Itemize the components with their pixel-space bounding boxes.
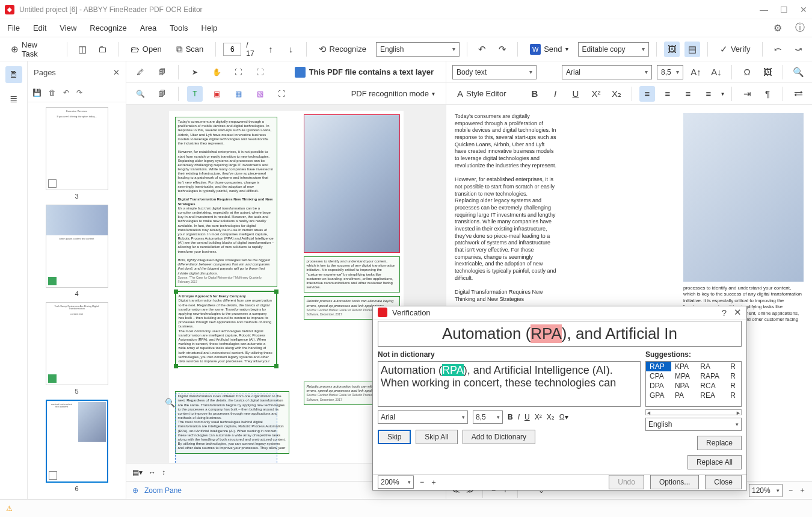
italic-icon[interactable]: I bbox=[547, 86, 563, 102]
menu-edit[interactable]: Edit bbox=[33, 23, 46, 33]
image-edit-icon[interactable]: 🖉 bbox=[132, 64, 148, 80]
page-thumb[interactable]: content text content text content 6 bbox=[46, 400, 108, 492]
pointer-icon[interactable]: ➤ bbox=[187, 64, 203, 80]
copy-area-icon[interactable]: 🗐 bbox=[154, 86, 170, 102]
menu-recognize[interactable]: Recognize bbox=[90, 23, 126, 33]
scan-button[interactable]: ⧉Scan bbox=[171, 42, 209, 57]
text-region[interactable]: Today's consumers are digitally empowere… bbox=[175, 117, 277, 287]
text-area-icon[interactable]: T bbox=[187, 86, 203, 102]
suggestions-list[interactable]: RAPKPARAR CPAMPARAPAR DPANPARCAR GPAPARE… bbox=[645, 361, 742, 407]
align-right-icon[interactable]: ≡ bbox=[680, 86, 696, 102]
menu-view[interactable]: View bbox=[60, 23, 76, 33]
rotate-left-icon[interactable]: ↶ bbox=[63, 88, 69, 97]
picture-insert-icon[interactable]: 🖼 bbox=[760, 64, 775, 80]
next-error-icon[interactable]: ⤻ bbox=[790, 42, 806, 57]
zoom-magnifier-icon[interactable]: ⊕ bbox=[132, 486, 138, 495]
verification-help-icon[interactable]: ? bbox=[722, 308, 727, 318]
add-dictionary-button[interactable]: Add to Dictionary bbox=[463, 430, 535, 444]
close-pages-panel-icon[interactable]: ✕ bbox=[113, 68, 120, 77]
menu-file[interactable]: File bbox=[7, 23, 20, 33]
verif-zoom-out-icon[interactable]: − bbox=[420, 478, 424, 486]
verif-underline-icon[interactable]: U bbox=[524, 413, 530, 421]
table-area-icon[interactable]: ▦ bbox=[230, 86, 246, 102]
omega-icon[interactable]: Ω bbox=[739, 64, 755, 80]
delete-page-icon[interactable]: 🗑 bbox=[49, 88, 56, 97]
maximize-button[interactable]: ☐ bbox=[780, 5, 788, 14]
verification-text[interactable]: Automation (RPA), and Artificial Intelli… bbox=[378, 361, 641, 407]
verification-close-icon[interactable]: ✕ bbox=[734, 307, 742, 318]
verif-bold-icon[interactable]: B bbox=[508, 413, 513, 421]
verify-button[interactable]: ✓Verify bbox=[715, 42, 755, 57]
picture-region[interactable] bbox=[304, 114, 400, 253]
vert-arrows-icon[interactable]: ↕ bbox=[162, 468, 165, 477]
skip-button[interactable]: Skip bbox=[378, 430, 411, 444]
horiz-arrows-icon[interactable]: ↔ bbox=[149, 468, 156, 477]
page-thumb[interactable]: lorem ipsum content text content 4 bbox=[46, 205, 108, 297]
warning-icon[interactable]: ⚠ bbox=[6, 504, 13, 513]
sug-scroll-left[interactable]: ◄ bbox=[646, 410, 651, 415]
recognition-area-icon[interactable]: ⛶ bbox=[274, 86, 289, 102]
rotate-right-icon[interactable]: ↷ bbox=[76, 88, 82, 97]
rtl-icon[interactable]: ⮂ bbox=[790, 86, 806, 102]
verif-zoom-in-icon[interactable]: ＋ bbox=[430, 477, 437, 488]
tp-zoom-combo[interactable]: 120%▾ bbox=[749, 484, 783, 497]
folder-icon[interactable]: 🗀 bbox=[95, 42, 111, 57]
picture-area-icon[interactable]: ▣ bbox=[209, 86, 224, 102]
superscript-icon[interactable]: X² bbox=[588, 86, 604, 102]
align-center-icon[interactable]: ≡ bbox=[660, 86, 675, 102]
verif-zoom-combo[interactable]: 200%▾ bbox=[378, 475, 414, 489]
font-combo[interactable]: Arial▾ bbox=[562, 65, 652, 79]
text-region-selected[interactable]: A Unique Approach for Every Company Digi… bbox=[175, 291, 277, 367]
verif-omega-icon[interactable]: Ω▾ bbox=[559, 413, 568, 421]
page-copy-icon[interactable]: 🗐 bbox=[154, 64, 170, 80]
page-image[interactable]: Today's consumers are digitally empowere… bbox=[169, 111, 404, 463]
help-icon[interactable]: ⓘ bbox=[795, 22, 805, 34]
style-combo[interactable]: Body text▾ bbox=[452, 65, 537, 79]
skip-all-button[interactable]: Skip All bbox=[416, 430, 457, 444]
open-button[interactable]: 🗁Open bbox=[126, 42, 167, 57]
recognize-button[interactable]: ⟲Recognize bbox=[314, 42, 371, 57]
replace-button[interactable]: Replace bbox=[697, 436, 742, 450]
verif-font-combo[interactable]: Arial▾ bbox=[378, 410, 468, 424]
analyze-icon[interactable]: 🔍 bbox=[132, 86, 148, 102]
menu-tools[interactable]: Tools bbox=[170, 23, 188, 33]
page-thumb[interactable]: Tech Savvy Customers Are Driving Digital… bbox=[46, 302, 108, 395]
increase-font-icon[interactable]: A↑ bbox=[688, 64, 704, 80]
align-left-icon[interactable]: ≡ bbox=[639, 86, 655, 102]
size-combo[interactable]: 8,5▾ bbox=[657, 65, 683, 79]
decrease-font-icon[interactable]: A↓ bbox=[709, 64, 724, 80]
indent-icon[interactable]: ⇥ bbox=[739, 86, 755, 102]
undo-button[interactable]: Undo bbox=[609, 475, 644, 489]
list-tab-icon[interactable]: ≣ bbox=[5, 90, 22, 107]
new-task-button[interactable]: ⊕New Task bbox=[6, 38, 60, 61]
layout-icon[interactable]: ▤▾ bbox=[132, 468, 143, 477]
layers-icon[interactable]: ◫ bbox=[75, 42, 90, 57]
page-thumb[interactable]: Executive OverviewIf you aren't driving … bbox=[46, 107, 108, 200]
language-combo[interactable]: English▾ bbox=[376, 42, 460, 57]
verif-size-combo[interactable]: 8,5▾ bbox=[473, 410, 503, 424]
close-button[interactable]: ✕ bbox=[800, 5, 807, 14]
pages-tab-icon[interactable]: 🗎 bbox=[5, 66, 22, 83]
recognition-mode-combo[interactable]: PDF recognition mode▾ bbox=[346, 87, 440, 101]
pilcrow-icon[interactable]: ¶ bbox=[760, 86, 775, 102]
redo-icon[interactable]: ↷ bbox=[494, 42, 510, 57]
search-icon[interactable]: 🔍 bbox=[790, 64, 806, 80]
underline-icon[interactable]: U bbox=[568, 86, 583, 102]
fit-width-icon[interactable]: ⛶ bbox=[230, 64, 246, 80]
text-region[interactable]: processes to identify and understand you… bbox=[304, 256, 400, 293]
verif-lang-combo[interactable]: English▾ bbox=[645, 418, 742, 431]
menu-area[interactable]: Area bbox=[140, 23, 156, 33]
options-button[interactable]: Options... bbox=[650, 475, 699, 489]
settings-icon[interactable]: ⚙ bbox=[774, 22, 782, 34]
undo-icon[interactable]: ↶ bbox=[475, 42, 490, 57]
selection-marquee[interactable]: 🔍 bbox=[175, 394, 277, 463]
bold-icon[interactable]: B bbox=[527, 86, 543, 102]
page-up-icon[interactable]: ↑ bbox=[263, 42, 278, 57]
close-dialog-button[interactable]: Close bbox=[705, 475, 742, 489]
tp-zoom-in-icon[interactable]: ＋ bbox=[799, 485, 806, 495]
text-view-icon[interactable]: ▤ bbox=[684, 42, 700, 57]
replace-all-button[interactable]: Replace All bbox=[687, 455, 742, 469]
fit-page-icon[interactable]: ⛶ bbox=[252, 64, 268, 80]
minimize-button[interactable]: — bbox=[760, 5, 768, 14]
subscript-icon[interactable]: X₂ bbox=[609, 86, 624, 102]
